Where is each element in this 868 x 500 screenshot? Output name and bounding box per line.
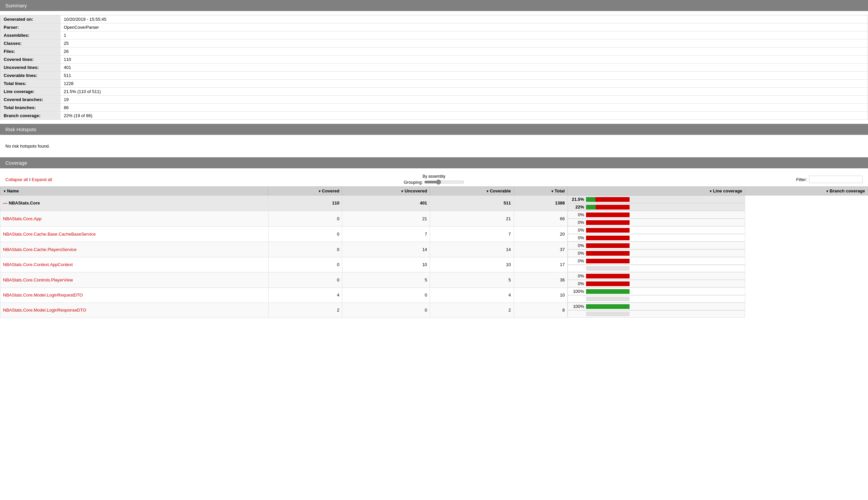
summary-section: Summary Generated on: 10/20/2019 - 15:55… — [0, 0, 868, 124]
coverage-row-line-coverage: 100% — [568, 303, 745, 310]
summary-row-label: Parser: — [0, 23, 60, 32]
branch-coverage-bar — [586, 282, 630, 286]
coverage-row-name: —NBAStats.Core — [0, 195, 269, 211]
minus-icon: — — [3, 201, 7, 205]
branch-coverage-bar-red — [586, 282, 630, 286]
summary-row-value: 10/20/2019 - 15:55:45 — [60, 15, 868, 23]
summary-row: Line coverage: 21.5% (110 of 511) — [0, 88, 868, 96]
branch-coverage-bar — [586, 296, 630, 301]
line-coverage-bar-green — [586, 289, 630, 294]
coverage-row-coverable: 2 — [430, 303, 514, 318]
coverage-row-uncovered: 10 — [342, 257, 430, 272]
branch-coverage-bar — [586, 220, 630, 225]
summary-row: Parser: OpenCoverParser — [0, 23, 868, 32]
coverage-controls: Collapse all I Expand all By assembly Gr… — [0, 172, 868, 186]
line-coverage-bar-red — [596, 197, 630, 202]
line-coverage-bar — [586, 243, 630, 248]
separator: I — [29, 177, 31, 182]
coverage-col-header[interactable]: ▼Coverable — [430, 187, 514, 195]
branch-coverage-bar — [586, 251, 630, 256]
line-coverage-pct: 21.5% — [571, 197, 584, 202]
summary-row-value: 86 — [60, 104, 868, 112]
class-link[interactable]: NBAStats.Core.Model.LoginResponseDTO — [3, 308, 86, 312]
coverage-row-name[interactable]: NBAStats.Core.Model.LoginRequestDTO — [0, 287, 269, 303]
coverage-row-coverable: 10 — [430, 257, 514, 272]
filter-label: Filter: — [796, 177, 808, 182]
class-link[interactable]: NBAStats.Core.App — [3, 216, 42, 221]
coverage-row-name[interactable]: NBAStats.Core.Model.LoginResponseDTO — [0, 303, 269, 318]
line-coverage-bar-red — [586, 228, 630, 232]
summary-table: Generated on: 10/20/2019 - 15:55:45 Pars… — [0, 15, 868, 120]
class-link[interactable]: NBAStats.Core.Cache.Base.CacheBaseServic… — [3, 231, 96, 237]
class-link[interactable]: NBAStats.Core.Model.LoginRequestDTO — [3, 293, 83, 297]
coverage-col-header[interactable]: ▼Name — [0, 187, 269, 195]
filter-area: Filter: — [796, 176, 863, 183]
collapse-all-link[interactable]: Collapse all — [5, 177, 28, 182]
summary-row-label: Classes: — [0, 39, 60, 47]
coverage-col-header[interactable]: ▼Line coverage — [568, 187, 745, 195]
coverage-header: Coverage — [0, 157, 868, 168]
summary-row-value: 1 — [60, 32, 868, 39]
coverage-row-name[interactable]: NBAStats.Core.Controls.PlayerView — [0, 272, 269, 287]
line-coverage-pct: 0% — [571, 258, 584, 263]
summary-row-value: 401 — [60, 64, 868, 72]
grouping-slider[interactable] — [424, 179, 465, 185]
class-link[interactable]: NBAStats.Core.Controls.PlayerView — [3, 277, 73, 283]
line-coverage-bar-red — [586, 259, 630, 263]
coverage-row-name[interactable]: NBAStats.Core.App — [0, 211, 269, 226]
filter-input[interactable] — [809, 176, 863, 183]
summary-row-label: Files: — [0, 47, 60, 56]
line-coverage-bar-green — [586, 197, 596, 202]
coverage-row-total: 10 — [514, 287, 568, 303]
branch-coverage-bar — [586, 311, 630, 316]
line-coverage-bar-red — [586, 274, 630, 279]
coverage-col-header[interactable]: ▼Total — [514, 187, 568, 195]
coverage-col-header[interactable]: ▼Uncovered — [342, 187, 430, 195]
summary-row-value: 26 — [60, 47, 868, 56]
coverage-row-covered: 4 — [268, 287, 342, 303]
class-link[interactable]: NBAStats.Core.Cache.PlayersService — [3, 247, 77, 252]
summary-row: Files: 26 — [0, 47, 868, 56]
coverage-col-header[interactable]: ▼Covered — [268, 187, 342, 195]
line-coverage-pct: 0% — [571, 212, 584, 217]
coverage-col-header[interactable]: ▼Branch coverage — [745, 187, 868, 195]
summary-row: Branch coverage: 22% (19 of 86) — [0, 112, 868, 120]
branch-coverage-bar-red — [596, 205, 630, 209]
coverage-row-line-coverage: 0% — [568, 257, 745, 265]
coverage-row-line-coverage: 0% — [568, 242, 745, 249]
line-coverage-bar — [586, 197, 630, 202]
summary-row: Generated on: 10/20/2019 - 15:55:45 — [0, 15, 868, 23]
expand-all-link[interactable]: Expand all — [32, 177, 52, 182]
coverage-row-name[interactable]: NBAStats.Core.Cache.Base.CacheBaseServic… — [0, 226, 269, 242]
summary-row: Coverable lines: 511 — [0, 72, 868, 80]
branch-coverage-bar — [586, 266, 630, 271]
summary-row-label: Total branches: — [0, 104, 60, 112]
summary-row-value: 1228 — [60, 80, 868, 88]
summary-row-value: OpenCoverParser — [60, 23, 868, 32]
coverage-row-branch-coverage: 0% — [568, 280, 745, 287]
coverage-row-name[interactable]: NBAStats.Core.Context.AppContext — [0, 257, 269, 272]
coverage-row: —NBAStats.Core110401511138821.5%22% — [0, 195, 868, 211]
line-coverage-bar — [586, 274, 630, 279]
coverage-row-name[interactable]: NBAStats.Core.Cache.PlayersService — [0, 242, 269, 257]
summary-row: Total lines: 1228 — [0, 80, 868, 88]
branch-coverage-bar — [586, 236, 630, 240]
line-coverage-pct: 0% — [571, 243, 584, 248]
summary-row-label: Uncovered lines: — [0, 64, 60, 72]
class-link[interactable]: NBAStats.Core.Context.AppContext — [3, 262, 73, 267]
coverage-row-covered: 0 — [268, 226, 342, 242]
assembly-name: NBAStats.Core — [9, 201, 40, 205]
grouping-control: By assembly Grouping: — [403, 174, 464, 185]
coverage-row-uncovered: 0 — [342, 287, 430, 303]
coverage-row-branch-coverage: 0% — [568, 249, 745, 257]
line-coverage-bar — [586, 304, 630, 309]
summary-row: Covered branches: 19 — [0, 96, 868, 104]
coverage-row-uncovered: 7 — [342, 226, 430, 242]
grouping-label-text: Grouping: — [403, 180, 423, 185]
summary-row-value: 21.5% (110 of 511) — [60, 88, 868, 96]
branch-coverage-pct: 0% — [571, 281, 584, 286]
summary-header: Summary — [0, 0, 868, 11]
coverage-row-covered: 0 — [268, 257, 342, 272]
coverage-row-uncovered: 21 — [342, 211, 430, 226]
branch-coverage-bar — [586, 205, 630, 209]
